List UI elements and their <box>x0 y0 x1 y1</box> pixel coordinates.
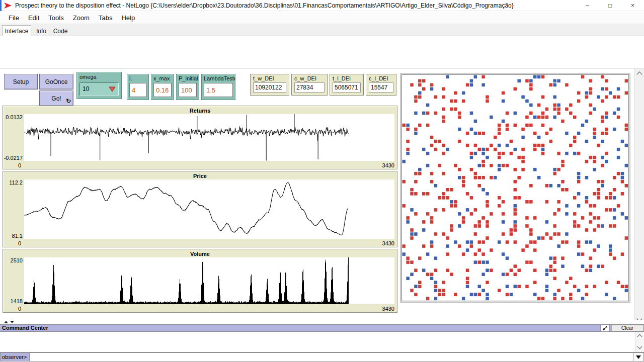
window-title: Prospect theory to the disposition effec… <box>15 2 514 9</box>
interface-canvas: Setup GoOnce Go! ↻ omega 10 i. 4 x_max 0… <box>0 69 644 324</box>
history-dropdown-button[interactable] <box>633 352 644 361</box>
monitor-value: 5065071 <box>333 82 361 93</box>
x-min-label: 0 <box>18 306 21 312</box>
vertical-scrollbar[interactable] <box>634 69 644 324</box>
tab-info[interactable]: Info <box>32 26 50 36</box>
input-lambda-teste-label: LambdaTeste <box>202 74 235 81</box>
monitor-value: 27834 <box>294 82 325 93</box>
close-button[interactable]: × <box>621 0 644 11</box>
output-scrollbar[interactable] <box>635 332 644 352</box>
input-lambda-teste[interactable]: LambdaTeste 1.5 <box>201 74 235 100</box>
command-center-title: Command Center <box>0 325 644 331</box>
setup-button[interactable]: Setup <box>4 74 38 89</box>
monitor-c-l-dei: c_l_DEI 15547 <box>366 74 396 96</box>
y-max-label: 0.0132 <box>6 114 23 120</box>
plot-price-title: Price <box>3 171 397 179</box>
minimize-button[interactable]: – <box>576 0 599 11</box>
x-max-label: 3430 <box>382 240 394 246</box>
splitter-up-icon[interactable] <box>4 321 8 323</box>
forever-loop-icon: ↻ <box>66 98 71 105</box>
go-button-label: Go! <box>51 95 61 102</box>
input-x-max[interactable]: x_max 0.16 <box>151 74 174 100</box>
tab-code[interactable]: Code <box>50 26 70 36</box>
y-max-label: 112.2 <box>9 179 23 186</box>
command-center-splitter[interactable] <box>0 320 644 324</box>
omega-dropdown[interactable]: 10 <box>79 82 119 96</box>
plot-volume: Volume 2510 1418 0 3430 <box>3 249 397 313</box>
title-bar: Prospect theory to the disposition effec… <box>0 0 644 11</box>
world-view-frame <box>400 73 630 303</box>
input-p-initial-field[interactable]: 100 <box>179 83 197 97</box>
accent-strip <box>0 0 2 11</box>
plot-price: Price 112.2 81.1 0 3430 <box>3 171 397 247</box>
maximize-button[interactable]: □ <box>599 0 621 11</box>
menu-help[interactable]: Help <box>117 13 139 23</box>
go-button[interactable]: Go! ↻ <box>39 90 73 106</box>
expand-arrows-icon <box>603 326 608 330</box>
input-i-label: i. <box>127 74 148 81</box>
plot-volume-title: Volume <box>3 249 397 257</box>
input-lambda-teste-field[interactable]: 1.5 <box>204 83 233 97</box>
monitor-c-w-dei: c_w_DEI 27834 <box>291 74 328 96</box>
monitor-value: 10920122 <box>253 82 286 93</box>
menu-zoom[interactable]: Zoom <box>68 13 94 23</box>
command-input[interactable] <box>30 352 633 361</box>
clear-button[interactable]: Clear <box>611 325 643 331</box>
monitor-value: 15547 <box>369 82 393 93</box>
monitor-label: c_l_DEI <box>366 74 396 81</box>
input-i[interactable]: i. 4 <box>127 74 149 100</box>
chooser-triangle-icon <box>109 86 116 92</box>
command-center: Command Center Clear observer> <box>0 324 644 362</box>
monitor-label: t_w_DEI <box>251 74 289 81</box>
splitter-down-icon[interactable] <box>10 321 14 323</box>
input-x-max-field[interactable]: 0.16 <box>153 83 172 97</box>
command-center-output <box>0 332 644 352</box>
observer-prompt: observer> <box>0 352 30 361</box>
plot-returns-title: Returns <box>3 106 397 114</box>
volume-plot-area <box>24 257 394 304</box>
input-p-initial[interactable]: P_initial 100 <box>176 74 199 100</box>
command-center-header: Command Center Clear <box>0 325 644 332</box>
x-max-label: 3430 <box>382 162 394 168</box>
go-once-button[interactable]: GoOnce <box>39 74 73 89</box>
menu-tools[interactable]: Tools <box>44 13 68 23</box>
world-view[interactable] <box>402 75 628 301</box>
detach-button[interactable] <box>600 325 610 331</box>
input-x-max-label: x_max <box>151 74 174 81</box>
monitor-label: t_l_DEI <box>330 74 363 81</box>
price-plot-area <box>24 179 394 239</box>
x-max-label: 3430 <box>382 306 394 312</box>
x-min-label: 0 <box>18 162 21 168</box>
returns-plot-area <box>24 114 394 161</box>
omega-chooser[interactable]: omega 10 <box>76 72 122 99</box>
y-min-label: -0.0217 <box>4 155 23 161</box>
command-input-row: observer> <box>0 352 644 361</box>
netlogo-logo-icon <box>4 2 12 9</box>
tab-bar: Interface Info Code <box>0 24 644 36</box>
scroll-down-icon[interactable] <box>637 344 642 349</box>
scroll-up-icon[interactable] <box>637 334 642 339</box>
monitor-t-w-dei: t_w_DEI 10920122 <box>250 74 289 96</box>
tab-interface[interactable]: Interface <box>2 25 31 36</box>
interface-toolbar: Edit Delete + Add *abc Button normal spe… <box>0 36 644 68</box>
plot-returns: Returns 0.0132 -0.0217 0 3430 <box>3 106 397 169</box>
menu-edit[interactable]: Edit <box>24 13 44 23</box>
y-min-label: 1418 <box>11 298 23 304</box>
menu-bar: File Edit Tools Zoom Tabs Help <box>0 12 644 24</box>
input-i-field[interactable]: 4 <box>129 83 146 97</box>
omega-label: omega <box>77 72 121 80</box>
menu-tabs[interactable]: Tabs <box>94 13 117 23</box>
netlogo-window: Prospect theory to the disposition effec… <box>0 0 644 362</box>
monitor-t-l-dei: t_l_DEI 5065071 <box>330 74 364 96</box>
input-p-initial-label: P_initial <box>177 74 199 81</box>
menu-file[interactable]: File <box>4 13 24 23</box>
triangle-down-icon <box>636 355 641 359</box>
monitor-label: c_w_DEI <box>292 74 327 81</box>
x-min-label: 0 <box>18 240 21 246</box>
scroll-up-icon[interactable] <box>636 71 642 77</box>
y-max-label: 2510 <box>11 257 23 263</box>
omega-value: 10 <box>83 85 89 93</box>
y-min-label: 81.1 <box>12 233 23 239</box>
